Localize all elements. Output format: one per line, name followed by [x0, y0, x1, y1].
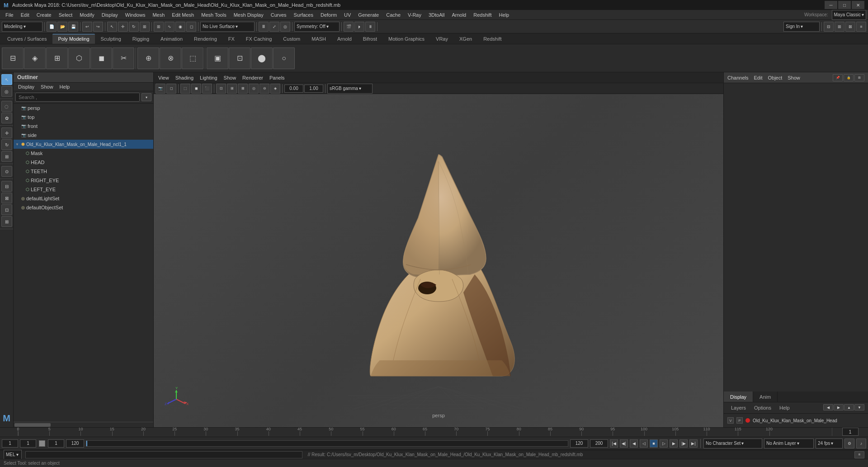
color-space-dropdown[interactable]: sRGB gamma ▾ [327, 84, 373, 94]
stop-button[interactable]: ■ [650, 439, 658, 448]
shelf-select-edge[interactable]: ⊡ [229, 47, 250, 69]
rotate-tool-button[interactable]: ↻ [129, 22, 139, 32]
next-frame-button[interactable]: ▶ [670, 439, 678, 448]
select-tool[interactable]: ↖ [1, 74, 12, 85]
layer-p-button[interactable]: P [736, 417, 743, 424]
menu-generate[interactable]: Generate [354, 11, 382, 19]
timeline-tick-area[interactable]: 0510152025303540455055606570758085909510… [18, 427, 832, 436]
focal-length-input[interactable] [304, 85, 323, 93]
viewport-menu-panels[interactable]: Panels [267, 75, 288, 81]
tab-arnold[interactable]: Arnold [332, 34, 357, 44]
shelf-poly-connect[interactable]: ⊗ [160, 47, 181, 69]
tree-item-mask[interactable]: ⬡ Mask [18, 149, 153, 158]
playback-bar[interactable] [86, 440, 568, 447]
shelf-poly-bridge[interactable]: ⊞ [46, 47, 68, 69]
tab-bifrost[interactable]: Bifrost [358, 34, 382, 44]
outliner-menu-display[interactable]: Display [15, 84, 37, 90]
ipr-button[interactable]: ⏵ [354, 22, 364, 32]
menu-mesh-tools[interactable]: Mesh Tools [198, 11, 230, 19]
channels-object-tab[interactable]: Object [768, 75, 782, 80]
vp-btn-6[interactable]: ◈ [270, 84, 280, 94]
tree-item-persp[interactable]: 📷 persp [14, 104, 153, 113]
layer-scroll-down[interactable]: ▼ [854, 404, 864, 410]
range-end-input[interactable] [66, 439, 84, 448]
char-set-dropdown[interactable]: No Character Set ▾ [703, 439, 762, 448]
go-end-button[interactable]: ▶| [689, 439, 698, 448]
sculpt-tool[interactable]: ✿ [1, 113, 12, 123]
menu-windows[interactable]: Windows [122, 11, 149, 19]
move-tool-button[interactable]: ✛ [118, 22, 128, 32]
shelf-poly-merge[interactable]: ⬡ [68, 47, 90, 69]
tree-item-object-set[interactable]: ◎ defaultObjectSet [14, 203, 153, 212]
anim-layer-dropdown[interactable]: No Anim Layer ▾ [764, 439, 814, 448]
select-mask-button[interactable]: ◻ [166, 84, 176, 94]
tab-xgen[interactable]: XGen [454, 34, 477, 44]
tab-custom[interactable]: Custom [278, 34, 306, 44]
tree-item-teeth[interactable]: ⬡ TEETH [18, 167, 153, 176]
play-back-button[interactable]: ◁ [640, 439, 648, 448]
tree-item-top[interactable]: 📷 top [14, 113, 153, 122]
quick-layout-3[interactable]: ⊡ [1, 204, 12, 215]
command-line[interactable] [25, 451, 302, 458]
viewport-canvas[interactable]: X Y Z persp [154, 94, 723, 427]
viewport-menu-shading[interactable]: Shading [173, 75, 196, 81]
timeline-ruler[interactable]: 0510152025303540455055606570758085909510… [0, 427, 868, 437]
next-key-button[interactable]: |▶ [679, 439, 688, 448]
layout-button-2[interactable]: ⊞ [835, 22, 844, 32]
menu-3dtall[interactable]: 3DtoAll [425, 11, 448, 19]
snap-surface-button[interactable]: ◻ [186, 22, 196, 32]
current-frame-input[interactable] [2, 439, 18, 448]
tab-sculpting[interactable]: Sculpting [95, 34, 127, 44]
viewport-menu-view[interactable]: View [156, 75, 172, 81]
snap-point-button[interactable]: ◉ [175, 22, 185, 32]
tab-poly-modeling[interactable]: Poly Modeling [52, 34, 94, 44]
transform-tool-button[interactable]: ⤢ [269, 22, 279, 32]
lasso-tool[interactable]: ◌ [1, 101, 12, 112]
shelf-poly-bevel[interactable]: ◈ [24, 47, 46, 69]
options-subtab[interactable]: Options [750, 404, 775, 411]
channels-pin-button[interactable]: 📌 [833, 74, 843, 81]
layer-row-main[interactable]: V P Old_Ku_Klux_Klan_Mask_on_Male_Head [726, 415, 866, 425]
range-end2-input[interactable] [570, 439, 588, 448]
shelf-smooth[interactable]: ○ [273, 47, 295, 69]
scale-tool-button[interactable]: ⊞ [140, 22, 150, 32]
open-scene-button[interactable]: 📂 [57, 22, 67, 32]
frame-value-input[interactable] [48, 439, 64, 448]
quick-layout-1[interactable]: ⊟ [1, 181, 12, 192]
close-button[interactable]: ✕ [852, 1, 864, 9]
vp-btn-2[interactable]: ⊞ [227, 84, 237, 94]
menu-help[interactable]: Help [495, 11, 513, 19]
tree-item-left-eye[interactable]: ⬡ LEFT_EYE [18, 185, 153, 194]
tab-animation[interactable]: Animation [155, 34, 188, 44]
menu-redshift[interactable]: Redshift [470, 11, 495, 19]
minimize-button[interactable]: ─ [825, 1, 837, 9]
go-start-button[interactable]: |◀ [610, 439, 618, 448]
menu-edit-mesh[interactable]: Edit Mesh [168, 11, 198, 19]
layout-button-1[interactable]: ⊟ [824, 22, 834, 32]
channels-lock-button[interactable]: 🔒 [844, 74, 854, 81]
help-subtab[interactable]: Help [776, 404, 793, 411]
show-manipulator-tool[interactable]: ⊙ [1, 166, 12, 177]
layer-scroll-right[interactable]: ▶ [834, 404, 844, 410]
layers-subtab[interactable]: Layers [727, 404, 750, 411]
tab-rigging[interactable]: Rigging [127, 34, 155, 44]
channels-expand-button[interactable]: ⊞ [854, 74, 864, 81]
current-frame-right-input[interactable] [842, 428, 859, 436]
select-tool-button[interactable]: ↖ [107, 22, 117, 32]
camera-select-button[interactable]: 📷 [156, 84, 165, 94]
maximize-button[interactable]: □ [838, 1, 851, 9]
wireframe-button[interactable]: ⬚ [180, 84, 190, 94]
vp-btn-5[interactable]: ⊖ [259, 84, 269, 94]
vp-btn-1[interactable]: ⊡ [216, 84, 226, 94]
menu-mesh-display[interactable]: Mesh Display [230, 11, 267, 19]
outliner-menu-show[interactable]: Show [38, 84, 56, 90]
script-editor-button[interactable]: ≡ [854, 451, 864, 458]
texture-button[interactable]: ⬛ [202, 84, 212, 94]
viewport-menu-renderer[interactable]: Renderer [240, 75, 266, 81]
menu-display[interactable]: Display [98, 11, 122, 19]
sub-frame-input[interactable] [20, 439, 36, 448]
tab-fx[interactable]: FX [223, 34, 240, 44]
vp-btn-3[interactable]: ⊠ [238, 84, 248, 94]
play-forward-button[interactable]: ▷ [660, 439, 668, 448]
history-button[interactable]: Ⅲ [259, 22, 269, 32]
